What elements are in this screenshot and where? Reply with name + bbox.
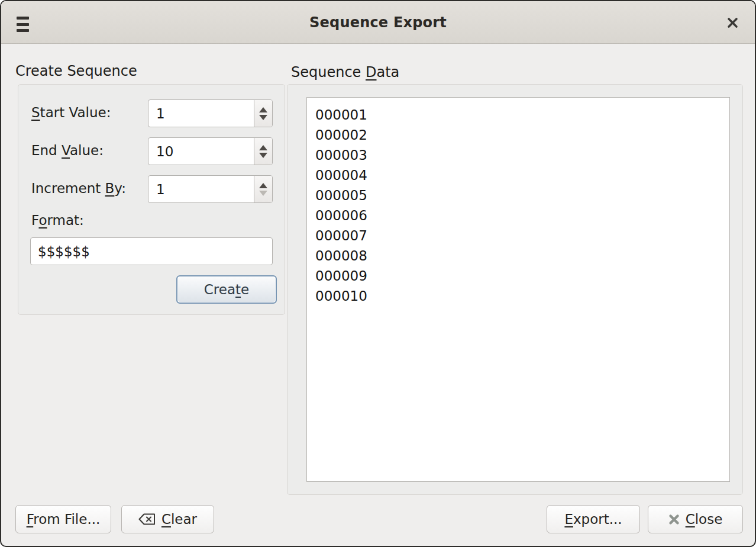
list-item[interactable]: 000002	[307, 125, 729, 145]
increment-by-spin-down[interactable]	[254, 189, 272, 203]
end-value-spinbox	[148, 137, 273, 165]
sequence-data-groupbox: 000001 000002 000003 000004 000005 00000…	[287, 84, 743, 495]
create-sequence-label: Create Sequence	[15, 63, 137, 79]
increment-by-label: Increment By:	[31, 181, 126, 196]
arrow-down-icon	[259, 191, 267, 196]
end-value-spin-buttons	[254, 138, 272, 165]
export-button[interactable]: Export...	[547, 505, 640, 533]
list-item[interactable]: 000010	[307, 286, 729, 306]
increment-by-spin-buttons	[254, 176, 272, 202]
arrow-up-icon	[259, 107, 267, 112]
increment-by-input[interactable]	[148, 176, 254, 202]
increment-by-spin-up[interactable]	[254, 176, 272, 189]
window-close-icon[interactable]	[723, 13, 742, 32]
close-x-icon	[668, 514, 680, 525]
list-item[interactable]: 000007	[307, 226, 729, 246]
start-value-spinbox	[148, 99, 273, 127]
create-sequence-label-text: Create Sequence	[15, 63, 137, 79]
from-file-button[interactable]: From File...	[15, 505, 111, 533]
arrow-up-icon	[259, 183, 267, 188]
sequence-data-list[interactable]: 000001 000002 000003 000004 000005 00000…	[306, 97, 730, 482]
list-item[interactable]: 000006	[307, 205, 729, 226]
increment-by-spinbox	[148, 175, 273, 203]
sequence-data-label: Sequence Data	[291, 64, 399, 81]
titlebar: Sequence Export	[1, 1, 755, 44]
create-sequence-groupbox: Start Value: End Value: Increment By:	[18, 84, 285, 315]
arrow-down-icon	[259, 115, 267, 120]
close-x-icon	[726, 17, 739, 29]
end-value-spin-up[interactable]	[254, 138, 272, 152]
end-value-label: End Value:	[31, 143, 104, 158]
end-value-spin-down[interactable]	[254, 152, 272, 165]
start-value-input[interactable]	[148, 100, 254, 127]
list-item[interactable]: 000008	[307, 246, 729, 266]
start-value-spin-buttons	[254, 100, 272, 127]
list-item[interactable]: 000001	[307, 105, 729, 125]
sequence-export-dialog: Sequence Export Create Sequence Start Va…	[0, 0, 756, 547]
close-button[interactable]: Close	[648, 505, 743, 533]
format-input[interactable]	[30, 237, 273, 265]
create-button[interactable]: Create	[176, 275, 277, 304]
list-item[interactable]: 000005	[307, 185, 729, 205]
list-item[interactable]: 000004	[307, 165, 729, 185]
format-label: Format:	[31, 213, 84, 228]
arrow-down-icon	[259, 153, 267, 158]
end-value-input[interactable]	[148, 138, 254, 165]
start-value-label: Start Value:	[31, 105, 111, 120]
list-item[interactable]: 000009	[307, 266, 729, 286]
start-value-spin-up[interactable]	[254, 100, 272, 114]
backspace-icon	[138, 513, 156, 525]
clear-button[interactable]: Clear	[121, 505, 214, 533]
arrow-up-icon	[259, 145, 267, 150]
start-value-spin-down[interactable]	[254, 114, 272, 127]
window-title: Sequence Export	[1, 14, 755, 31]
list-item[interactable]: 000003	[307, 145, 729, 165]
